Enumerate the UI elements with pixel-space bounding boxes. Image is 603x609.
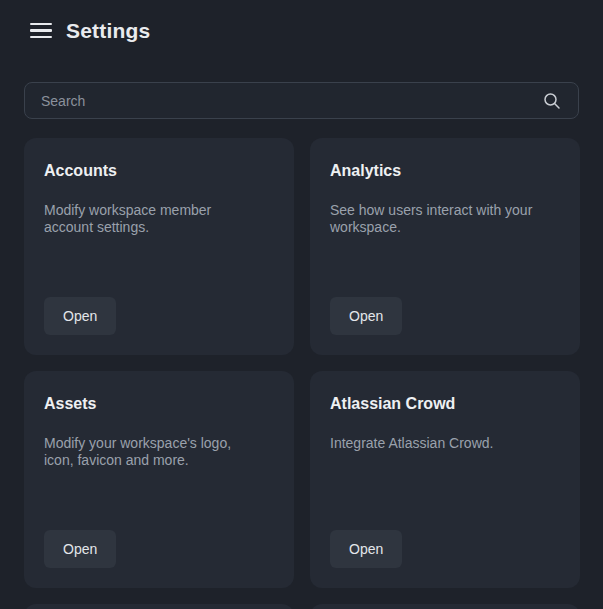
partial-card <box>310 604 580 609</box>
card-description: Modify your workspace's logo, icon, favi… <box>44 435 274 469</box>
card-description: See how users interact with your workspa… <box>330 202 560 236</box>
card-title: Analytics <box>330 162 560 180</box>
search-input[interactable] <box>24 82 579 119</box>
hamburger-menu-icon[interactable] <box>30 23 52 39</box>
card-description: Integrate Atlassian Crowd. <box>330 435 560 452</box>
open-accounts-button[interactable]: Open <box>44 297 116 335</box>
next-row-partial <box>24 604 579 609</box>
card-assets: Assets Modify your workspace's logo, ico… <box>24 371 294 588</box>
partial-card <box>24 604 294 609</box>
open-assets-button[interactable]: Open <box>44 530 116 568</box>
search-icon <box>543 92 561 110</box>
search-bar <box>24 82 579 119</box>
open-analytics-button[interactable]: Open <box>330 297 402 335</box>
card-title: Accounts <box>44 162 274 180</box>
open-atlassian-crowd-button[interactable]: Open <box>330 530 402 568</box>
header: Settings <box>0 0 603 48</box>
card-atlassian-crowd: Atlassian Crowd Integrate Atlassian Crow… <box>310 371 580 588</box>
card-description: Modify workspace member account settings… <box>44 202 274 236</box>
page-title: Settings <box>66 19 150 43</box>
card-analytics: Analytics See how users interact with yo… <box>310 138 580 355</box>
card-accounts: Accounts Modify workspace member account… <box>24 138 294 355</box>
card-title: Assets <box>44 395 274 413</box>
settings-cards-grid: Accounts Modify workspace member account… <box>24 138 579 588</box>
card-title: Atlassian Crowd <box>330 395 560 413</box>
settings-page: Settings Accounts Modify workspace membe… <box>0 0 603 609</box>
